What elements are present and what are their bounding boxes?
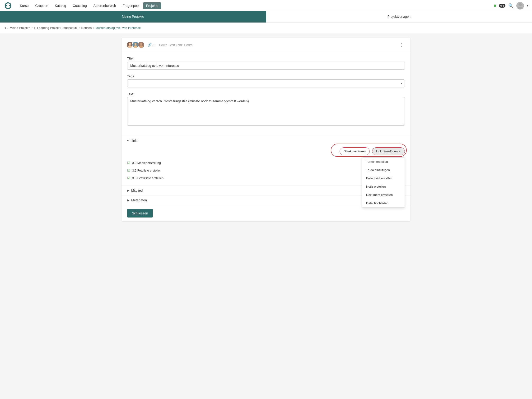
link-hinzufuegen-label: Link hinzufügen [376,149,398,153]
link-item-2-icon: ☑ [127,176,130,180]
form-section: Titel Tags ▾ Text Musterkatalog versch. … [121,52,411,136]
search-icon[interactable]: 🔍 [508,3,513,8]
nav-fragenpool[interactable]: Fragenpool [120,2,142,9]
link-item-1-icon: ☑ [127,168,130,172]
breadcrumb-meine-projekte[interactable]: Meine Projekte [10,26,30,30]
objekt-verlinken-button[interactable]: Objekt verlinken [340,147,370,155]
tab-projektvorlagen[interactable]: Projektvorlagen [266,11,532,23]
svg-point-0 [6,5,7,6]
app-logo[interactable] [4,1,12,10]
svg-point-1 [9,5,11,6]
nav-gruppen[interactable]: Gruppen [32,2,51,9]
metadaten-toggle-arrow: ▶ [127,199,129,202]
tab-meine-projekte[interactable]: Meine Projekte [0,11,266,23]
link-item-2-text: 3.3 Grafikliste erstellen [132,176,400,180]
note-card: 🔗 3 Heute - von Lenz, Pedro ⋮ Titel Tags… [121,38,411,221]
nav-links: Kurse Gruppen Katalog Coaching Autorenbe… [17,2,494,9]
mitglied-label: Mitglied [131,189,143,192]
breadcrumb-notizen[interactable]: Notizen [81,26,92,30]
link-dropdown-menu: Termin erstellen To-do hinzufügen Entsch… [362,157,405,208]
svg-point-8 [134,43,137,45]
navbar-right: 0/3 🔍 ▾ [494,2,528,9]
svg-point-11 [140,43,142,45]
text-textarea[interactable]: Musterkatalog versch. Gestaltungsstile (… [127,97,405,126]
link-count: 🔗 3 [148,43,154,47]
nav-katalog[interactable]: Katalog [52,2,69,9]
user-avatar[interactable] [516,2,524,9]
metadaten-label: Metadaten [131,198,147,202]
avatars-group [126,41,145,48]
links-actions: Objekt verlinken Link hinzufügen ▾ Termi… [127,146,405,155]
links-area: Objekt verlinken Link hinzufügen ▾ Termi… [121,146,411,185]
nav-projekte[interactable]: Projekte [143,2,161,9]
tags-select[interactable] [127,79,405,87]
text-group: Text Musterkatalog versch. Gestaltungsst… [127,92,405,126]
dropdown-termin-erstellen[interactable]: Termin erstellen [362,158,405,166]
progress-badge: 0/3 [499,4,505,8]
link-hinzufuegen-button[interactable]: Link hinzufügen ▾ [372,147,405,155]
breadcrumb: ‹ / Meine Projekte / E-Learning Projekt … [0,23,532,33]
link-count-value: 3 [152,43,154,47]
nav-autorenbereich[interactable]: Autorenbereich [91,2,119,9]
breadcrumb-sep-3: / [93,26,94,30]
schliessen-button[interactable]: Schliessen [127,209,153,217]
breadcrumb-current: Musterkatalog evtl. von Interesse [95,26,141,30]
card-meta: Heute - von Lenz, Pedro [159,43,192,47]
link-item-1-text: 3.2 Fotoliste erstellen [132,169,400,172]
title-group: Titel [127,57,405,70]
title-input[interactable] [127,61,405,70]
navbar: Kurse Gruppen Katalog Coaching Autorenbe… [0,0,532,11]
status-indicator [494,5,496,7]
tags-select-wrapper: ▾ [127,79,405,87]
link-hinzufuegen-arrow: ▾ [399,149,401,153]
links-section-label: Links [131,139,138,143]
dropdown-entscheid-erstellen[interactable]: Entscheid erstellen [362,174,405,182]
links-toggle-arrow: ▾ [127,139,129,142]
mitglied-toggle-arrow: ▶ [127,189,129,192]
dropdown-datei-hochladen[interactable]: Datei hochladen [362,199,405,207]
link-item-0-text: 3.0 Medienerstellung [132,161,400,165]
tags-label: Tags [127,74,405,78]
breadcrumb-elearning[interactable]: E-Learning Projekt Brandschutz [34,26,78,30]
tabs-bar: Meine Projekte Projektvorlagen [0,11,532,23]
svg-point-2 [519,3,522,6]
title-label: Titel [127,57,405,60]
avatar-3 [138,41,145,48]
user-menu-chevron[interactable]: ▾ [527,4,528,7]
link-hinzufuegen-wrapper: Link hinzufügen ▾ Termin erstellen To-do… [372,147,405,155]
breadcrumb-sep-2: / [79,26,80,30]
dropdown-notiz-erstellen[interactable]: Notiz erstellen [362,182,405,191]
svg-point-9 [133,45,137,48]
svg-point-12 [139,45,143,48]
main-content: 🔗 3 Heute - von Lenz, Pedro ⋮ Titel Tags… [116,33,416,226]
link-item-0-icon: ☑ [127,161,130,165]
link-chain-icon: 🔗 [148,43,152,47]
svg-point-6 [128,45,132,48]
dropdown-dokument-erstellen[interactable]: Dokument erstellen [362,191,405,199]
svg-point-5 [129,43,131,45]
breadcrumb-sep-0: / [7,26,8,30]
links-section-toggle[interactable]: ▾ Links [121,136,411,146]
nav-coaching[interactable]: Coaching [70,2,90,9]
breadcrumb-sep-1: / [32,26,33,30]
breadcrumb-back-button[interactable]: ‹ [5,26,6,30]
dropdown-todo-hinzufuegen[interactable]: To-do hinzufügen [362,166,405,174]
card-header: 🔗 3 Heute - von Lenz, Pedro ⋮ [121,38,411,52]
card-menu-button[interactable]: ⋮ [398,41,406,48]
text-label: Text [127,92,405,96]
tags-group: Tags ▾ [127,74,405,87]
nav-kurse[interactable]: Kurse [17,2,32,9]
svg-point-3 [517,7,523,9]
